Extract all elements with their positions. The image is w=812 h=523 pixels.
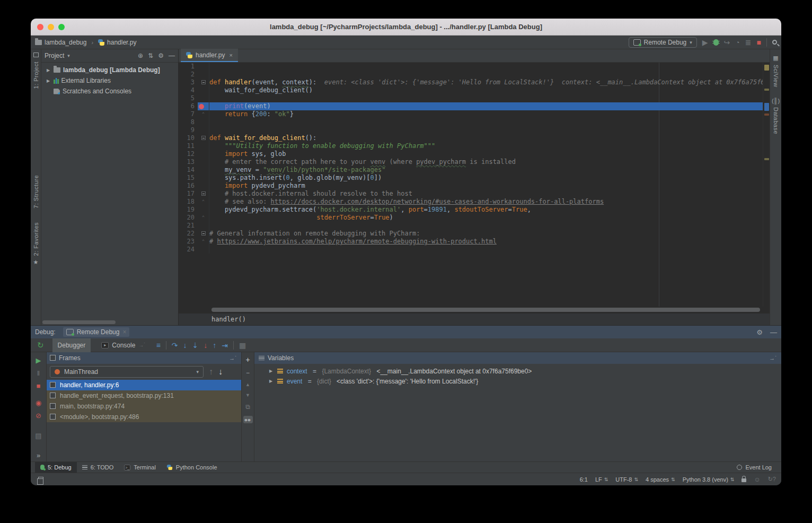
code-line[interactable]: 7⌃ return {200: "ok"} — [179, 110, 770, 118]
hide-panel-icon[interactable]: — — [770, 328, 777, 336]
code-line[interactable]: 4 wait_for_debug_client() — [179, 86, 770, 94]
hide-panel-icon[interactable]: — — [169, 52, 175, 59]
force-step-into-icon[interactable]: ⇣ — [192, 341, 199, 350]
frame-item[interactable]: main, bootstrap.py:474 — [47, 401, 241, 412]
breadcrumb-file[interactable]: handler.py — [107, 39, 136, 46]
rerun-icon[interactable]: ↻ — [37, 341, 44, 350]
tab-handler-py[interactable]: handler.py × — [181, 49, 238, 62]
fold-marker[interactable] — [201, 136, 206, 140]
debug-button[interactable] — [713, 39, 719, 46]
code-line[interactable]: 3def handler(event, context): event: <cl… — [179, 79, 770, 86]
tree-item-scratches[interactable]: Scratches and Consoles — [41, 86, 178, 97]
project-panel-title[interactable]: Project — [45, 52, 64, 59]
debug-session-tab[interactable]: Remote Debug × — [63, 327, 130, 337]
fold-marker[interactable] — [201, 80, 206, 84]
tree-item-external-libraries[interactable]: ▶ External Libraries — [41, 75, 178, 86]
duplicate-watch-icon[interactable]: ⧉ — [245, 403, 250, 411]
frame-item[interactable]: handle_event_request, bootstrap.py:131 — [47, 390, 241, 401]
move-down-icon[interactable]: ▼ — [245, 393, 250, 398]
fold-marker[interactable]: ⌃ — [202, 111, 205, 117]
status-segment[interactable]: LF⇅ — [595, 476, 608, 483]
code-line[interactable]: 12 import sys, glob — [179, 150, 770, 158]
fold-marker[interactable]: ⌃ — [202, 199, 205, 204]
code-line[interactable]: 18⌃ # see also: https://docs.docker.com/… — [179, 198, 770, 206]
code-line[interactable]: 19 pydevd_pycharm.settrace('host.docker.… — [179, 206, 770, 214]
run-config-selector[interactable]: Remote Debug ▾ — [629, 37, 697, 48]
editor-breadcrumb[interactable]: handler() — [179, 313, 770, 325]
search-everywhere-icon[interactable] — [772, 40, 777, 45]
stripe-mark[interactable] — [764, 114, 769, 116]
status-segment[interactable]: 4 spaces⇅ — [646, 476, 675, 483]
code-line[interactable]: 10def wait_for_debug_client(): — [179, 134, 770, 142]
status-segment[interactable]: Python 3.8 (venv)⇅ — [683, 476, 735, 483]
code-line[interactable]: 23⌃# https://www.jetbrains.com/help/pych… — [179, 238, 770, 246]
expand-arrow-icon[interactable]: ▶ — [268, 369, 273, 373]
step-over-icon[interactable]: ↷ — [172, 341, 178, 350]
code-line[interactable]: 21 — [179, 222, 770, 230]
code-line[interactable]: 2 — [179, 71, 770, 79]
close-icon[interactable]: × — [122, 328, 126, 336]
tool-button-sciview[interactable]: SciView — [773, 65, 779, 87]
run-button[interactable]: ▶ — [702, 39, 708, 46]
previous-frame-icon[interactable]: ↑ — [209, 367, 213, 377]
project-horizontal-scrollbar[interactable] — [42, 320, 116, 324]
code-line[interactable]: 17 # host.docker.internal should resolve… — [179, 190, 770, 198]
tool-button-event-log[interactable]: Event Log — [731, 462, 777, 473]
tool-button-debug[interactable]: 5: Debug — [35, 462, 77, 473]
tab-debugger[interactable]: Debugger — [52, 338, 91, 352]
view-breakpoints-icon[interactable]: ◉ — [36, 399, 41, 407]
stripe-mark[interactable] — [764, 103, 769, 111]
code-line[interactable]: 20⌃ stderrToServer=True) — [179, 214, 770, 222]
restore-layout-icon[interactable]: ▤ — [35, 432, 41, 440]
code-line[interactable]: 13 # enter the correct path here to your… — [179, 158, 770, 166]
fold-marker[interactable] — [201, 191, 206, 196]
tool-button-python-console[interactable]: Python Console — [161, 462, 223, 473]
gear-icon[interactable]: ⚙ — [158, 52, 164, 59]
code-line[interactable]: 6 print(event) — [179, 102, 770, 110]
tool-button-project[interactable]: 1: Project — [33, 62, 39, 89]
jump-to-source-icon[interactable]: →˙ — [229, 355, 237, 361]
fold-marker[interactable] — [201, 231, 206, 236]
stop-icon[interactable]: ■ — [37, 382, 41, 390]
step-out-icon[interactable]: ↑ — [213, 341, 216, 350]
update-indicator-icon[interactable]: ↻? — [768, 476, 776, 483]
tab-console[interactable]: ▸ Console →˙ — [96, 338, 151, 352]
hidden-windows-icon[interactable] — [38, 477, 43, 482]
more-icon[interactable]: » — [37, 451, 40, 459]
fold-marker[interactable]: ⌃ — [202, 215, 205, 220]
expand-arrow-icon[interactable]: ▶ — [46, 79, 51, 83]
threads-view-icon[interactable]: ≡ — [156, 341, 161, 350]
lock-icon[interactable] — [742, 478, 746, 482]
coverage-icon[interactable]: ≣ — [745, 39, 752, 46]
frame-item[interactable]: handler, handler.py:6 — [47, 380, 241, 390]
expand-arrow-icon[interactable]: ▶ — [46, 68, 51, 73]
step-into-icon[interactable]: ↓ — [183, 341, 187, 350]
status-segment[interactable]: UTF-8⇅ — [615, 476, 638, 483]
tree-item-project-root[interactable]: ▶ lambda_debug [Lambda Debug] — [41, 65, 178, 75]
highlighting-level-icon[interactable]: ☺ — [754, 476, 760, 483]
move-up-icon[interactable]: ▲ — [245, 382, 250, 387]
profiler-icon[interactable]: ◔ — [735, 39, 739, 46]
new-watch-icon[interactable]: + — [245, 355, 250, 364]
code-line[interactable]: 5 — [179, 94, 770, 102]
show-watches-icon[interactable]: oo — [243, 416, 253, 423]
variable-row[interactable]: ▶context = {LambdaContext} <__main__.Lam… — [254, 366, 781, 376]
next-frame-icon[interactable]: ↓ — [218, 367, 223, 377]
error-stripe[interactable] — [763, 63, 770, 307]
code-line[interactable]: 9 — [179, 126, 770, 134]
pause-program-icon[interactable]: ‖ — [37, 369, 40, 377]
breakpoint-icon[interactable] — [199, 104, 204, 109]
breadcrumb-project[interactable]: lambda_debug — [45, 39, 86, 46]
locate-file-icon[interactable]: ⊕ — [138, 52, 143, 59]
close-icon[interactable]: × — [229, 52, 232, 58]
jump-to-source-icon[interactable]: →˙ — [769, 355, 777, 361]
jump-to-output-icon[interactable]: →˙ — [138, 342, 145, 348]
editor-horizontal-scrollbar[interactable] — [179, 307, 770, 313]
frame-item[interactable]: <module>, bootstrap.py:486 — [47, 412, 241, 422]
resume-program-icon[interactable]: ▶ — [36, 356, 41, 364]
evaluate-expression-icon[interactable]: ▦ — [239, 341, 246, 350]
variable-row[interactable]: ▶event = {dict} <class 'dict'>: {'messag… — [254, 376, 781, 386]
tool-button-terminal[interactable]: >_ Terminal — [119, 462, 161, 473]
tool-button-structure[interactable]: 7: Structure — [33, 175, 39, 208]
tool-button-database[interactable]: Database — [773, 107, 779, 134]
